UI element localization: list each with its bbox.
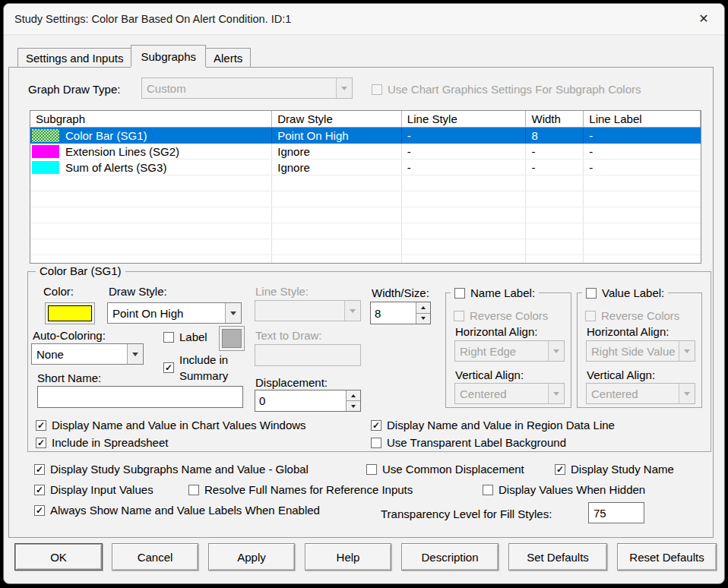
- header-width[interactable]: Width: [526, 111, 584, 127]
- checkbox-box[interactable]: ✓: [34, 464, 45, 475]
- label-color-swatch-button[interactable]: [219, 326, 245, 351]
- help-button[interactable]: Help: [305, 543, 391, 571]
- name-reverse-colors-checkbox[interactable]: Reverse Colors: [454, 309, 548, 322]
- header-line-style[interactable]: Line Style: [402, 111, 527, 127]
- spin-down-button[interactable]: [347, 400, 360, 411]
- table-row-empty[interactable]: [30, 239, 701, 255]
- include-spreadsheet-checkbox[interactable]: ✓ Include in Spreadsheet: [36, 436, 168, 449]
- tab-alerts[interactable]: Alerts: [205, 48, 251, 67]
- reset-defaults-button[interactable]: Reset Defaults: [617, 543, 717, 571]
- table-row-empty[interactable]: [30, 191, 701, 207]
- checkbox-box[interactable]: ✓: [34, 485, 45, 495]
- title-bar[interactable]: Study Settings: Color Bar Based On Alert…: [4, 4, 724, 34]
- header-subgraph[interactable]: Subgraph: [30, 111, 272, 127]
- width-size-stepper[interactable]: 8: [370, 302, 431, 324]
- name-label-checkbox[interactable]: Name Label:: [454, 286, 535, 299]
- spin-up-button[interactable]: [347, 390, 360, 400]
- checkbox-box[interactable]: [586, 288, 597, 299]
- common-displacement-checkbox[interactable]: Use Common Displacement: [366, 463, 524, 476]
- name-vertical-align-select[interactable]: Centered: [454, 383, 565, 404]
- line-style-select[interactable]: [255, 300, 361, 321]
- checkbox-box[interactable]: [454, 311, 464, 321]
- checkbox-box[interactable]: [372, 84, 382, 95]
- display-input-values-checkbox[interactable]: ✓ Display Input Values: [34, 483, 154, 496]
- table-row-sg2[interactable]: Extension Lines (SG2) Ignore - - -: [30, 144, 701, 160]
- table-row-sg1[interactable]: Color Bar (SG1) Point On High - 8 -: [30, 128, 701, 144]
- use-chart-graphics-checkbox[interactable]: Use Chart Graphics Settings For Subgraph…: [372, 83, 641, 96]
- transparency-level-input[interactable]: [588, 502, 644, 523]
- display-study-name-checkbox[interactable]: ✓ Display Study Name: [555, 463, 674, 476]
- checkbox-box[interactable]: ✓: [163, 362, 174, 373]
- ok-button[interactable]: OK: [14, 543, 103, 571]
- chevron-down-icon[interactable]: [679, 341, 695, 361]
- row-subgraph-name: Color Bar (SG1): [65, 129, 147, 142]
- table-row-sg3[interactable]: Sum of Alerts (SG3) Ignore - - -: [30, 160, 701, 175]
- short-name-input[interactable]: [37, 386, 243, 408]
- name-horizontal-align-select[interactable]: Right Edge: [454, 340, 565, 362]
- cancel-button[interactable]: Cancel: [112, 543, 198, 571]
- display-values-hidden-checkbox[interactable]: Display Values When Hidden: [483, 483, 645, 496]
- draw-style-select[interactable]: Point On High: [107, 302, 242, 324]
- chevron-down-icon[interactable]: [344, 301, 360, 321]
- checkbox-box[interactable]: ✓: [36, 420, 46, 431]
- checkbox-box[interactable]: [454, 288, 465, 299]
- auto-coloring-select[interactable]: None: [31, 343, 144, 365]
- display-region-data-checkbox[interactable]: ✓ Display Name and Value in Region Data …: [371, 419, 615, 432]
- tab-subgraphs[interactable]: Subgraphs: [131, 45, 206, 67]
- name-horizontal-align-value: Right Edge: [455, 341, 548, 361]
- apply-button[interactable]: Apply: [208, 543, 295, 571]
- chevron-down-icon[interactable]: [548, 341, 564, 361]
- chevron-down-icon[interactable]: [548, 384, 564, 403]
- checkbox-box[interactable]: [483, 485, 493, 495]
- table-row-empty[interactable]: [30, 255, 701, 264]
- checkbox-box[interactable]: [188, 485, 199, 495]
- description-button[interactable]: Description: [401, 543, 499, 571]
- checkbox-label: Display Values When Hidden: [499, 483, 645, 496]
- tab-settings-and-inputs[interactable]: Settings and Inputs: [17, 48, 131, 67]
- value-reverse-colors-checkbox[interactable]: Reverse Colors: [585, 309, 679, 322]
- graph-draw-type-select[interactable]: Custom: [141, 77, 353, 99]
- row-line-label: -: [584, 160, 701, 175]
- checkbox-box[interactable]: ✓: [371, 420, 381, 431]
- color-swatch: [48, 305, 92, 321]
- spin-down-button[interactable]: [416, 313, 430, 324]
- resolve-full-names-checkbox[interactable]: Resolve Full Names for Reference Inputs: [188, 483, 413, 496]
- spin-up-button[interactable]: [416, 302, 430, 313]
- checkbox-box[interactable]: [371, 438, 381, 448]
- checkbox-box[interactable]: [585, 311, 596, 321]
- include-in-summary-checkbox[interactable]: ✓ Include in Summary: [163, 352, 246, 384]
- close-icon[interactable]: ✕: [695, 11, 712, 27]
- table-row-empty[interactable]: [30, 175, 701, 191]
- header-line-label[interactable]: Line Label: [584, 111, 701, 127]
- header-draw-style[interactable]: Draw Style: [272, 111, 402, 127]
- value-label-checkbox[interactable]: Value Label:: [586, 286, 664, 299]
- chevron-down-icon[interactable]: [127, 344, 143, 364]
- short-name-label: Short Name:: [37, 371, 101, 384]
- chevron-down-icon[interactable]: [225, 303, 241, 323]
- checkbox-box[interactable]: ✓: [555, 464, 565, 475]
- name-horizontal-align-label: Horizontal Align:: [455, 325, 537, 338]
- sg3-color-swatch: [32, 161, 59, 174]
- subgraphs-global-checkbox[interactable]: ✓ Display Study Subgraphs Name and Value…: [34, 463, 309, 476]
- chevron-down-icon[interactable]: [336, 78, 352, 98]
- always-show-labels-checkbox[interactable]: ✓ Always Show Name and Value Labels When…: [34, 504, 320, 517]
- checkbox-box[interactable]: ✓: [34, 505, 45, 516]
- text-to-draw-input[interactable]: [255, 344, 361, 366]
- value-vertical-align-select[interactable]: Centered: [586, 383, 695, 404]
- displacement-stepper[interactable]: 0: [255, 390, 361, 412]
- display-chart-values-checkbox[interactable]: ✓ Display Name and Value in Chart Values…: [36, 419, 306, 432]
- checkbox-box[interactable]: [366, 464, 377, 475]
- value-horizontal-align-select[interactable]: Right Side Value: [586, 340, 695, 362]
- table-row-empty[interactable]: [30, 223, 701, 239]
- color-swatch-button[interactable]: [45, 302, 95, 324]
- checkbox-box[interactable]: ✓: [36, 438, 46, 448]
- set-defaults-button[interactable]: Set Defaults: [508, 543, 607, 571]
- table-row-empty[interactable]: [30, 207, 701, 223]
- row-subgraph-name: Sum of Alerts (SG3): [65, 161, 166, 174]
- transparent-label-bg-checkbox[interactable]: Use Transparent Label Background: [371, 436, 566, 449]
- checkbox-label: Value Label:: [602, 286, 664, 299]
- checkbox-box[interactable]: [163, 332, 174, 343]
- label-checkbox[interactable]: Label: [163, 330, 207, 343]
- chevron-down-icon[interactable]: [679, 384, 695, 403]
- checkbox-label: Use Transparent Label Background: [387, 436, 566, 449]
